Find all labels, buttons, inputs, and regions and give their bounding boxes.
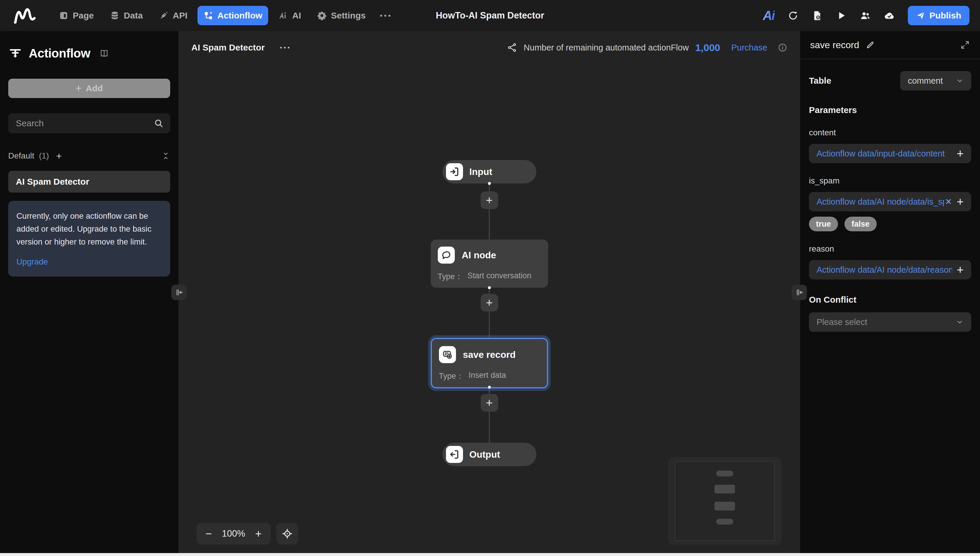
sidebar-header: Actionflow <box>8 46 170 60</box>
actionflow-icon <box>203 11 213 21</box>
add-binding-button[interactable]: + <box>952 196 964 208</box>
remove-binding-icon[interactable]: ✕ <box>945 197 952 207</box>
add-node-button[interactable]: + <box>480 394 498 412</box>
add-binding-button[interactable]: + <box>952 264 964 276</box>
on-conflict-select[interactable]: Please select <box>809 312 971 332</box>
minimap-node <box>716 470 733 477</box>
zoom-out-button[interactable]: − <box>205 528 212 539</box>
topbar-actions: Ai Publish <box>763 6 969 25</box>
nav-tab-label: Actionflow <box>218 11 262 21</box>
node-type-label: Type： <box>439 371 464 381</box>
chip-true[interactable]: true <box>809 217 838 231</box>
upgrade-link[interactable]: Upgrade <box>16 257 48 267</box>
purchase-link[interactable]: Purchase <box>731 43 767 53</box>
node-label: AI node <box>462 250 496 261</box>
collapse-sidebar-button[interactable] <box>171 285 187 300</box>
field-is-spam[interactable]: Actionflow data/AI node/data/is_spam✕ + <box>809 192 971 211</box>
fit-view-button[interactable] <box>276 523 298 545</box>
node-label: Input <box>469 166 492 177</box>
chevron-down-icon <box>956 77 964 84</box>
chip-false[interactable]: false <box>845 217 877 231</box>
expand-panel-icon[interactable] <box>960 40 970 50</box>
nav-tab-data[interactable]: Data <box>104 6 149 25</box>
flow-item-label: AI Spam Detector <box>16 177 89 187</box>
info-icon[interactable] <box>778 43 787 52</box>
paper-plane-icon <box>916 11 925 20</box>
nav-tab-label: API <box>173 11 187 21</box>
nav-tab-settings[interactable]: Settings <box>311 6 371 25</box>
bottom-scrollbar[interactable] <box>0 553 980 556</box>
nav-tab-api[interactable]: API <box>153 6 193 25</box>
topbar: Page Data API <box>0 0 980 31</box>
collaborators-icon[interactable] <box>860 10 871 21</box>
sidebar-title: Actionflow <box>29 46 90 60</box>
edit-pencil-icon[interactable] <box>866 40 875 50</box>
binding-tag[interactable]: Actionflow data/input-data/content <box>817 149 945 158</box>
actionflow-sidebar: Actionflow + Add Default (1) <box>0 31 178 553</box>
minimap[interactable] <box>668 457 781 545</box>
flow-canvas[interactable]: AI Spam Detector ••• Number of remaining… <box>178 31 800 553</box>
quota-value: 1,000 <box>695 42 720 53</box>
add-binding-button[interactable]: + <box>952 148 964 159</box>
node-type-row: Type： Insert data <box>439 371 540 381</box>
node-header: AI node <box>438 247 541 263</box>
actionflow-panel-icon <box>8 46 22 60</box>
node-output[interactable]: Output <box>442 443 536 466</box>
add-node-button[interactable]: + <box>480 191 498 209</box>
publish-button[interactable]: Publish <box>908 6 969 25</box>
publish-label: Publish <box>930 11 961 21</box>
add-node-button[interactable]: + <box>480 294 498 312</box>
node-ai[interactable]: AI node Type： Start conversation <box>431 239 548 288</box>
search-icon[interactable] <box>154 118 164 128</box>
collapse-group-icon[interactable] <box>161 152 170 160</box>
nav-tab-ai[interactable]: AI <box>272 6 307 25</box>
momen-ai-logo-icon[interactable]: Ai <box>763 8 775 23</box>
share-nodes-icon <box>507 42 517 53</box>
upgrade-notice: Currently, only one actionflow can be ad… <box>8 201 170 276</box>
node-header: save record <box>439 346 540 363</box>
cloud-sync-icon[interactable] <box>884 10 895 21</box>
collapse-inspector-button[interactable] <box>791 285 807 300</box>
field-content[interactable]: Actionflow data/input-data/content + <box>809 144 971 163</box>
binding-tag[interactable]: Actionflow data/AI node/data/is_spam <box>817 197 944 207</box>
sidebar-item-ai-spam-detector[interactable]: AI Spam Detector <box>8 171 170 192</box>
docs-book-icon[interactable] <box>99 48 109 58</box>
workspace: Actionflow + Add Default (1) <box>0 31 980 556</box>
main-nav: Page Data API <box>53 6 397 25</box>
field-label-reason: reason <box>809 244 971 254</box>
nav-tab-label: Settings <box>331 11 366 21</box>
nav-more-icon[interactable]: ••• <box>376 8 396 23</box>
field-label-is-spam: is_spam <box>809 176 971 186</box>
page-icon <box>59 11 69 21</box>
inspector-title: save record <box>810 40 859 50</box>
zoom-pill: − 100% + <box>197 523 271 545</box>
group-count: (1) <box>39 151 49 161</box>
app-window: Page Data API <box>0 0 980 556</box>
node-type-label: Type： <box>438 271 463 282</box>
add-actionflow-button[interactable]: + Add <box>8 79 170 98</box>
node-label: save record <box>463 349 516 360</box>
binding-tag[interactable]: Actionflow data/AI node/data/reason <box>817 265 952 275</box>
file-settings-icon[interactable] <box>812 10 823 21</box>
table-label: Table <box>809 76 831 86</box>
table-select[interactable]: comment <box>900 71 971 91</box>
search-input[interactable] <box>8 113 170 133</box>
refresh-sparkle-icon[interactable] <box>788 10 799 21</box>
group-add-icon[interactable]: + <box>56 151 62 161</box>
momen-logo-icon[interactable] <box>11 5 39 26</box>
nav-tab-page[interactable]: Page <box>53 6 100 25</box>
nav-tab-label: Data <box>124 11 143 21</box>
plus-icon: + <box>76 82 82 95</box>
node-save-record[interactable]: save record Type： Insert data <box>431 338 548 388</box>
node-input[interactable]: Input <box>442 160 536 183</box>
zoom-in-button[interactable]: + <box>255 528 262 539</box>
minimap-node <box>714 502 735 511</box>
nav-tab-actionflow[interactable]: Actionflow <box>197 6 268 25</box>
minimap-node <box>716 519 733 525</box>
search-wrap <box>8 113 170 133</box>
flow-menu-icon[interactable]: ••• <box>280 44 291 51</box>
chevron-down-icon <box>956 318 964 326</box>
canvas-header: AI Spam Detector ••• Number of remaining… <box>178 31 800 64</box>
preview-play-icon[interactable] <box>836 10 847 21</box>
field-reason[interactable]: Actionflow data/AI node/data/reason + <box>809 260 971 280</box>
